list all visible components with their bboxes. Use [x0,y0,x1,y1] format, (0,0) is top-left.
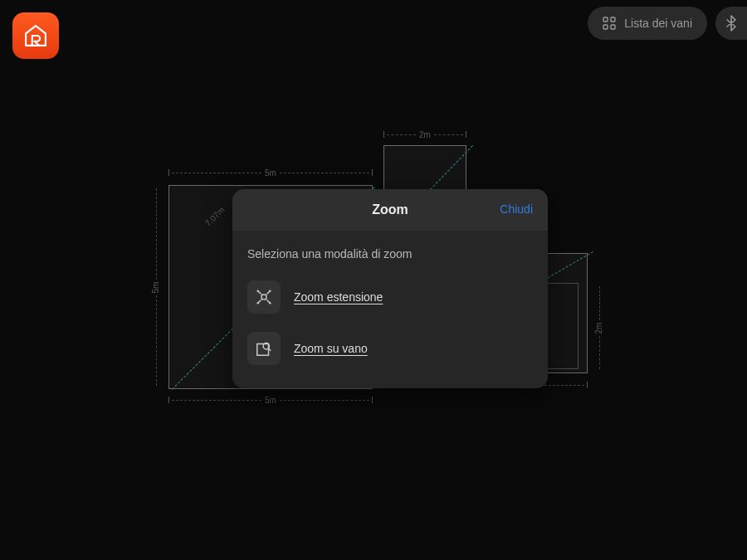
dimension-label: 5m [168,394,373,406]
svg-rect-1 [611,17,615,22]
bluetooth-icon [725,15,738,32]
app-logo[interactable] [12,12,59,59]
zoom-extent-label: Zoom estensione [294,290,383,304]
dimension-label: 2m [593,283,605,373]
dimension-label: 2m [383,129,466,140]
modal-body: Seleziona una modalità di zoom Zoom este… [232,231,548,388]
bluetooth-button[interactable] [715,7,747,40]
modal-header: Zoom Chiudi [232,189,548,231]
zoom-extent-icon [247,280,281,314]
house-r-icon [22,22,50,50]
modal-subtitle: Seleziona una modalità di zoom [247,247,533,261]
header-actions: Lista dei vani [588,7,747,40]
grid-icon [603,17,616,30]
svg-rect-3 [611,25,615,29]
close-button[interactable]: Chiudi [500,202,533,216]
room-list-label: Lista dei vani [624,17,692,30]
svg-point-5 [256,290,258,291]
svg-rect-0 [603,17,608,22]
zoom-room-icon [247,332,281,365]
svg-point-8 [269,302,271,304]
dimension-label: 5m [150,185,162,389]
zoom-modal: Zoom Chiudi Seleziona una modalità di zo… [232,189,548,388]
zoom-room-option[interactable]: Zoom su vano [247,327,533,370]
svg-point-6 [269,290,271,291]
svg-rect-2 [603,25,608,29]
svg-point-7 [256,302,258,304]
room-list-button[interactable]: Lista dei vani [588,7,707,40]
svg-rect-4 [261,295,266,299]
zoom-room-label: Zoom su vano [294,342,368,355]
zoom-extent-option[interactable]: Zoom estensione [247,275,533,319]
dimension-label: 5m [168,167,373,178]
modal-title: Zoom [247,202,533,217]
